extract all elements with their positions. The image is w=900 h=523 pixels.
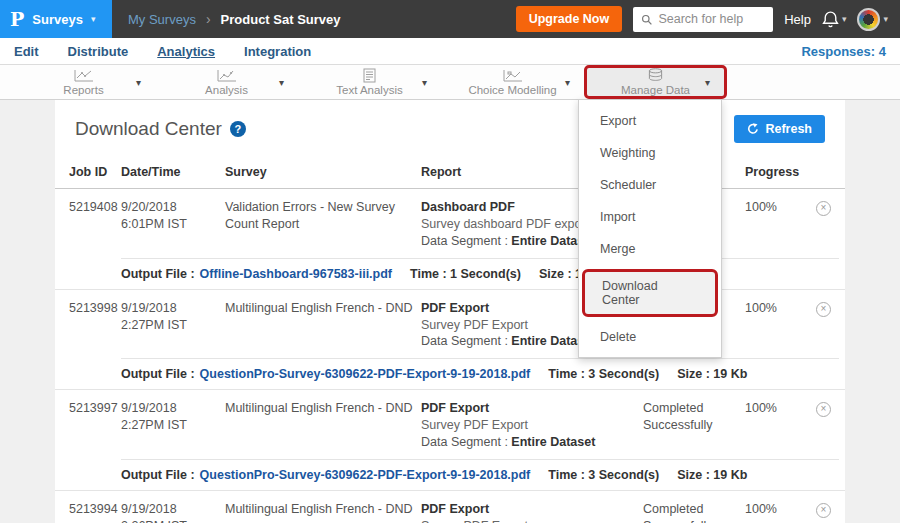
download-center-panel: Download Center ? Refresh Job ID Date/Ti… xyxy=(55,100,845,523)
col-header-datetime: Date/Time xyxy=(121,165,225,179)
analysis-chart-icon xyxy=(216,69,238,83)
job-report: PDF Export Survey PDF Export Data Segmen… xyxy=(421,400,643,451)
cancel-job-icon[interactable]: × xyxy=(816,201,831,216)
menu-item-import[interactable]: Import xyxy=(579,201,721,233)
job-datetime: 9/19/2018 2:27PM IST xyxy=(121,400,225,451)
job-datetime: 9/19/2018 2:27PM IST xyxy=(121,300,225,351)
manage-data-dropdown: Export Weighting Scheduler Import Merge … xyxy=(578,99,722,358)
job-progress: 100% xyxy=(745,400,797,451)
menu-item-merge[interactable]: Merge xyxy=(579,233,721,265)
menu-item-delete[interactable]: Delete xyxy=(579,321,721,353)
cancel-job-icon[interactable]: × xyxy=(816,402,831,417)
report-subtitle: Survey PDF Export xyxy=(421,518,635,523)
help-search[interactable] xyxy=(633,7,773,32)
col-header-actions xyxy=(797,165,831,179)
refresh-label: Refresh xyxy=(765,122,812,136)
line-chart-icon xyxy=(73,69,95,83)
menu-item-scheduler[interactable]: Scheduler xyxy=(579,169,721,201)
job-report: PDF Export Survey PDF Export Data Segmen… xyxy=(421,501,643,523)
cancel-job-icon[interactable]: × xyxy=(816,302,831,317)
help-icon[interactable]: ? xyxy=(230,121,246,137)
output-time: Time : 3 Second(s) xyxy=(548,367,659,381)
job-datetime: 9/19/2018 2:26PM IST xyxy=(121,501,225,523)
avatar xyxy=(857,8,880,31)
menu-item-weighting[interactable]: Weighting xyxy=(579,137,721,169)
segment-label: Data Segment : xyxy=(421,435,511,449)
job-progress: 100% xyxy=(745,501,797,523)
toolbar-item-reports[interactable]: Reports ▾ xyxy=(12,65,155,99)
segment-value: Entire Dataset xyxy=(511,435,595,449)
chevron-down-icon[interactable]: ▾ xyxy=(279,77,284,88)
chevron-down-icon[interactable]: ▾ xyxy=(422,77,427,88)
job-id: 5213994 xyxy=(69,501,121,523)
toolbar-item-analysis[interactable]: Analysis ▾ xyxy=(155,65,298,99)
survey-nav: Edit Distribute Analytics Integration Re… xyxy=(0,38,900,65)
upgrade-now-button[interactable]: Upgrade Now xyxy=(516,6,623,32)
table-row: 5213994 9/19/2018 2:26PM IST Multilingua… xyxy=(55,491,845,523)
notifications-menu[interactable]: ▾ xyxy=(822,10,847,29)
breadcrumb: My Surveys › Product Sat Survey xyxy=(128,11,341,27)
chevron-down-icon[interactable]: ▾ xyxy=(705,77,710,88)
table-row: 5213997 9/19/2018 2:27PM IST Multilingua… xyxy=(55,390,845,491)
bar-chart-icon xyxy=(502,69,524,83)
page-title: Download Center xyxy=(75,118,222,140)
col-header-progress: Progress xyxy=(745,165,797,179)
report-subtitle: Survey PDF Export xyxy=(421,417,635,434)
product-menu-label: Surveys xyxy=(32,12,83,27)
account-menu[interactable]: ▾ xyxy=(857,8,888,31)
job-id: 5213997 xyxy=(69,400,121,451)
help-link[interactable]: Help xyxy=(784,12,811,27)
toolbar-item-text-analysis[interactable]: Text Analysis ▾ xyxy=(298,65,441,99)
output-file-label: Output File : xyxy=(121,367,195,381)
output-size: Size : 19 Kb xyxy=(677,468,747,482)
menu-item-download-center[interactable]: Download Center xyxy=(582,269,718,317)
chevron-down-icon[interactable]: ▾ xyxy=(136,77,141,88)
output-file-row: Output File : Offline-Dashboard-967583-i… xyxy=(121,258,839,289)
search-input[interactable] xyxy=(658,12,765,26)
output-file-link[interactable]: Offline-Dashboard-967583-iii.pdf xyxy=(200,267,392,281)
job-progress: 100% xyxy=(745,300,797,351)
col-header-job-id: Job ID xyxy=(69,165,121,179)
output-size: Size : 19 Kb xyxy=(677,367,747,381)
output-file-link[interactable]: QuestionPro-Survey-6309622-PDF-Export-9-… xyxy=(200,468,531,482)
tab-distribute[interactable]: Distribute xyxy=(68,44,129,59)
output-time: Time : 3 Second(s) xyxy=(548,468,659,482)
chevron-down-icon: ▾ xyxy=(842,14,847,24)
bell-icon xyxy=(822,10,839,29)
output-file-row: Output File : QuestionPro-Survey-6309622… xyxy=(121,459,839,490)
menu-item-export[interactable]: Export xyxy=(579,105,721,137)
job-datetime: 9/20/2018 6:01PM IST xyxy=(121,199,225,250)
segment-label: Data Segment : xyxy=(421,234,511,248)
job-survey: Multilingual English French - DND xyxy=(225,501,421,523)
content-area: Download Center ? Refresh Job ID Date/Ti… xyxy=(0,100,900,523)
toolbar-item-choice-modelling[interactable]: Choice Modelling ▾ xyxy=(441,65,584,99)
toolbar-label: Reports xyxy=(63,84,103,96)
job-progress: 100% xyxy=(745,199,797,250)
tab-integration[interactable]: Integration xyxy=(244,44,311,59)
chevron-down-icon: ▾ xyxy=(91,14,96,24)
cancel-job-icon[interactable]: × xyxy=(816,503,831,518)
refresh-button[interactable]: Refresh xyxy=(734,115,825,143)
toolbar-label: Choice Modelling xyxy=(468,84,556,96)
toolbar-label: Analysis xyxy=(205,84,248,96)
top-bar: P Surveys ▾ My Surveys › Product Sat Sur… xyxy=(0,0,900,38)
output-file-label: Output File : xyxy=(121,267,195,281)
toolbar-item-manage-data[interactable]: Manage Data ▾ xyxy=(584,65,727,99)
chevron-down-icon: ▾ xyxy=(883,14,888,24)
breadcrumb-separator-icon: › xyxy=(206,11,211,27)
col-header-survey: Survey xyxy=(225,165,421,179)
table-header: Job ID Date/Time Survey Report Progress xyxy=(55,156,845,189)
job-survey: Multilingual English French - DND xyxy=(225,400,421,451)
analytics-toolbar: Reports ▾ Analysis ▾ Text Analysis ▾ Cho… xyxy=(0,65,900,100)
tab-edit[interactable]: Edit xyxy=(14,44,39,59)
tab-analytics[interactable]: Analytics xyxy=(157,44,215,59)
output-time: Time : 1 Second(s) xyxy=(410,267,521,281)
job-status: Completed Successfully xyxy=(643,400,745,451)
breadcrumb-my-surveys[interactable]: My Surveys xyxy=(128,12,196,27)
responses-count[interactable]: Responses: 4 xyxy=(801,44,886,59)
document-icon xyxy=(363,69,376,83)
product-switcher[interactable]: P Surveys ▾ xyxy=(0,0,112,38)
chevron-down-icon[interactable]: ▾ xyxy=(565,77,570,88)
output-file-link[interactable]: QuestionPro-Survey-6309622-PDF-Export-9-… xyxy=(200,367,531,381)
refresh-icon xyxy=(747,123,759,135)
